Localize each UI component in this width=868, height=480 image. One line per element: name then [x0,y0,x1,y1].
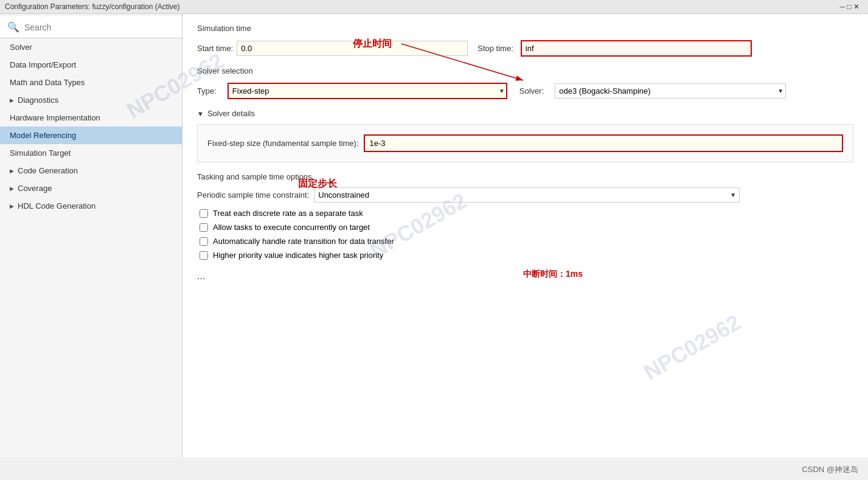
stop-time-wrapper: Stop time: [477,40,752,57]
sidebar-item-label: Simulation Target [10,148,71,158]
solver-selection-title: Solver selection [197,66,853,75]
title-text: Configuration Parameters: fuzzy/configur… [5,2,179,11]
sidebar-item-simulation-target[interactable]: Simulation Target [0,144,182,162]
checkbox-label-4: Higher priority value indicates higher t… [213,251,383,260]
content-area: Simulation time Start time: Stop time: S… [182,14,868,457]
checkbox-auto-rate[interactable] [200,237,208,246]
checkbox-row-3: Automatically handle rate transition for… [197,237,853,246]
checkbox-label-1: Treat each discrete rate as a separate t… [213,209,363,218]
sidebar-item-label: Code Generation [18,166,78,175]
sidebar-item-solver[interactable]: Solver [0,38,182,56]
search-input[interactable] [24,23,175,32]
simulation-time-section: Simulation time Start time: Stop time: [197,24,853,57]
constraint-label: Periodic sample time constraint: [197,190,309,200]
type-select-wrapper: Fixed-step Variable-step ▼ [227,83,507,99]
sidebar-item-label: Hardware Implementation [10,113,100,122]
search-icon: 🔍 [7,21,19,33]
csdn-label: CSDN @神迷岛 [802,464,858,475]
solver-details-section: ▼ Solver details Fixed-step size (fundam… [197,109,853,162]
solver-selection-section: Solver selection Type: Fixed-step Variab… [197,66,853,99]
tasking-section: Tasking and sample time options Periodic… [197,172,853,260]
fixed-step-row: Fixed-step size (fundamental sample time… [207,134,843,152]
start-time-label: Start time: [197,44,233,53]
checkbox-label-2: Allow tasks to execute concurrently on t… [213,223,370,232]
solver-label: Solver: [519,86,544,96]
close-icon[interactable]: ─ □ ✕ [836,2,863,11]
sidebar-item-label: HDL Code Generation [18,201,95,210]
sidebar-item-label: Coverage [18,184,52,193]
sidebar-item-data-import-export[interactable]: Data Import/Export [0,56,182,74]
sidebar-item-hardware-impl[interactable]: Hardware Implementation [0,109,182,127]
sidebar-item-model-referencing[interactable]: Model Referencing [0,127,182,144]
details-arrow-icon: ▼ [197,110,204,117]
checkbox-row-4: Higher priority value indicates higher t… [197,251,853,260]
constraint-row: Periodic sample time constraint: Unconst… [197,187,853,203]
title-bar: Configuration Parameters: fuzzy/configur… [0,0,868,14]
sidebar-item-label: Data Import/Export [10,60,76,69]
fixed-step-label: Fixed-step size (fundamental sample time… [207,139,359,148]
checkbox-label-3: Automatically handle rate transition for… [213,237,394,246]
checkbox-priority[interactable] [200,251,208,260]
sidebar-item-label: Model Referencing [10,131,76,140]
sidebar: 🔍 Solver Data Import/Export Math and Dat… [0,14,182,457]
sidebar-item-code-generation[interactable]: Code Generation [0,162,182,179]
dots: ... [197,266,853,287]
checkbox-row-2: Allow tasks to execute concurrently on t… [197,223,853,232]
checkbox-row-1: Treat each discrete rate as a separate t… [197,209,853,218]
constraint-select[interactable]: Unconstrained Specified Auto [314,187,740,203]
solver-select[interactable]: ode3 (Bogacki-Shampine) ode45 ode23 [555,83,786,99]
solver-type-row: Type: Fixed-step Variable-step ▼ Solver:… [197,83,853,99]
sidebar-item-math-data-types[interactable]: Math and Data Types [0,74,182,91]
start-time-input[interactable] [237,41,468,56]
simulation-time-row: Start time: Stop time: [197,40,853,57]
sidebar-item-label: Solver [10,43,32,52]
search-bar: 🔍 [0,16,182,38]
sidebar-item-diagnostics[interactable]: Diagnostics [0,91,182,109]
constraint-select-wrapper: Unconstrained Specified Auto ▼ [314,187,740,203]
sidebar-item-label: Diagnostics [18,96,58,105]
tasking-title: Tasking and sample time options [197,172,853,181]
checkbox-discrete-rate[interactable] [200,209,208,218]
sidebar-item-hdl-code-gen[interactable]: HDL Code Generation [0,197,182,215]
sidebar-item-coverage[interactable]: Coverage [0,179,182,197]
solver-select-wrapper: ode3 (Bogacki-Shampine) ode45 ode23 ▼ [555,83,786,99]
solver-details-label: Solver details [207,109,255,118]
sidebar-item-label: Math and Data Types [10,78,85,87]
simulation-time-title: Simulation time [197,24,853,33]
solver-details-content: Fixed-step size (fundamental sample time… [197,124,853,162]
stop-time-label: Stop time: [477,44,513,53]
checkbox-concurrent[interactable] [200,223,208,232]
main-layout: 🔍 Solver Data Import/Export Math and Dat… [0,14,868,457]
solver-details-header[interactable]: ▼ Solver details [197,109,853,118]
fixed-step-input[interactable] [364,134,843,152]
type-select[interactable]: Fixed-step Variable-step [227,83,507,99]
stop-time-input[interactable] [521,40,752,57]
type-label: Type: [197,86,217,96]
